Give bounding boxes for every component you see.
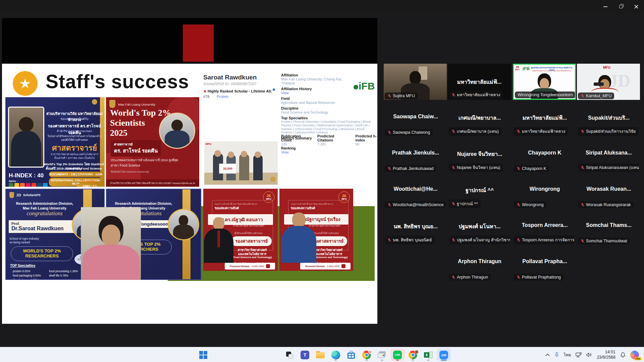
restore-icon — [619, 5, 623, 8]
participant-tile[interactable]: เกศมณี/พยาบาล...เกศมณี/พยาบาล (แทน) — [448, 114, 512, 136]
excel-button[interactable]: X — [421, 349, 435, 361]
speaker-banner-line-2: สำนักวิชาอุตสาหกรรมเกษตร มหาวิทยาลัยแม่ฟ… — [529, 69, 574, 72]
spec-packaging: food packaging 0.83% — [13, 274, 41, 278]
participant-display-name: Saowapa Chaiw... — [384, 114, 447, 120]
microsoft-store-button[interactable] — [344, 349, 358, 361]
muted-mic-icon — [517, 275, 521, 279]
minimize-button[interactable] — [598, 0, 613, 13]
participant-tile[interactable]: Somchai Thams...Somchai Thamsutiwat — [577, 222, 641, 245]
participant-display-name: Arphon Thiragun — [448, 258, 512, 264]
congrats-b-header-1: Research Administration Division, — [107, 201, 180, 205]
zoom-meeting-window: ★ Staff's success ส่วนบริหารงานวิจัย มหา… — [0, 0, 644, 362]
participant-tile[interactable]: Arphon ThiragunArphon Thiragun — [448, 258, 512, 281]
assoc-b-congrats: ขอแสดงความยินดี — [291, 206, 315, 210]
glasses — [594, 82, 604, 86]
participant-video-tile[interactable]: มหาวิทยาลัยแม่ฟ้... มหาวิทยาลัยแม่ฟ้าหลว… — [448, 64, 511, 100]
window-titlebar — [0, 0, 644, 13]
copilot-button[interactable]: PRE — [628, 349, 641, 361]
file-explorer-button[interactable] — [313, 349, 327, 361]
spec-plasma: blood plasma 1.72% — [13, 278, 41, 280]
top2-university: Mae Fah Luang University — [118, 103, 155, 106]
participant-tile[interactable]: Woottichai@He...Woottichai@HealthScience — [384, 186, 447, 209]
tray-chevron-button[interactable] — [543, 349, 552, 361]
tray-display-button[interactable] — [573, 349, 584, 361]
muted-mic-icon — [581, 94, 585, 98]
muted-mic-icon — [517, 167, 521, 171]
clock[interactable]: 14:0123/9/2568 — [594, 349, 618, 361]
participant-tile[interactable]: ฐาปกรณ์ ^^ฐาปกรณ์ ^^ — [448, 186, 512, 209]
participant-tile[interactable]: WirongrongWirongrong — [513, 186, 577, 209]
participant-name-label: Saowapa Chaiwong — [393, 130, 430, 135]
promo-congrats: ขอแสดงความยินดีกับ — [46, 117, 103, 121]
ifb-logo: iFB — [354, 80, 375, 92]
app-window-button[interactable] — [375, 349, 389, 361]
participant-video-tile[interactable]: MFU JD Karnkul_MFU — [577, 64, 640, 100]
participant-display-name: Worasak Ruean... — [577, 186, 641, 192]
top2-desc-2: สาขา Food Science — [111, 163, 140, 168]
microphone-icon — [554, 352, 559, 358]
assoc-a-congrats: ขอแสดงความยินดี — [215, 206, 239, 210]
congrats-a-header-1: Research Administration Division, — [6, 201, 83, 205]
zoom-app-button[interactable]: zm — [437, 349, 451, 361]
participant-tile[interactable]: Chayaporn KChayaporn K — [513, 150, 577, 173]
congrats-a-specialties-label: TOP Specialties — [10, 264, 35, 267]
congrats-a-award: WORLD'S TOP 2% RESEARCHERS — [11, 246, 73, 261]
participant-tile[interactable]: Worasak Ruean...Worasak Rueangsirarak — [577, 186, 641, 209]
minimize-icon — [603, 6, 607, 7]
line-button[interactable]: LINE — [390, 349, 405, 361]
scholar-name: Saroat Rawdkuen — [203, 74, 257, 81]
assoc-a-field-3: (Food Sciences and Technology) — [231, 256, 273, 259]
top-specialties-label: Top Specialties — [281, 116, 353, 120]
participant-tile[interactable]: Nujaree จีนวิทยา...Nujaree จีนวิทยา (แทน… — [448, 150, 512, 173]
scholar-rank-specialty[interactable]: Protein — [217, 95, 228, 99]
participant-tile[interactable]: Saowapa Chaiw...Saowapa Chaiwong — [384, 114, 447, 136]
language-indicator[interactable]: ไทย — [561, 349, 574, 361]
slide-top-black-bar — [2, 18, 377, 64]
muted-mic-icon — [387, 167, 391, 171]
ranking-view-link[interactable]: View — [281, 150, 296, 154]
participant-display-name: Pollavat Prapha... — [513, 258, 577, 264]
edge-button[interactable] — [329, 349, 343, 361]
participant-tile[interactable]: Supakit/ส่วนบริ...Supakit/ส่วนบริหารงานว… — [577, 114, 641, 136]
chrome-profile2-button[interactable] — [406, 349, 420, 361]
award-photo: MFU 20,000 — [204, 141, 278, 185]
affiliation-history-view-link[interactable]: View — [281, 91, 353, 95]
participant-tile[interactable]: Prathak Jienkuls...Prathak Jienkulsawad — [384, 150, 447, 173]
participant-tile[interactable]: นพ. สิทธิพร บุณย...นพ. สิทธิพร บุณยนิตย์ — [384, 222, 447, 245]
top2-title-3: 2025 — [110, 128, 127, 138]
participant-display-name: Wirongrong — [513, 186, 577, 192]
participant-display-name: Supakit/ส่วนบริ... — [577, 114, 641, 122]
teams-button[interactable]: T — [298, 349, 312, 361]
participant-tile[interactable]: Siripat Aluksana...Siripat Aluksanasuwan… — [577, 150, 641, 173]
tray-mic-button[interactable] — [552, 349, 561, 361]
assoc-prof-card-a: 26MFU กองการเจ้าหน้าที่ มหาวิทยาลัยแม่ฟ้… — [203, 189, 278, 271]
top2-title-2: Scientists — [110, 118, 145, 128]
participant-display-name: Siripat Aluksana... — [577, 150, 641, 156]
congrats-b-portrait — [168, 209, 199, 240]
promo-ranking-2: ตั้งแต่ปี 2019-2024 สาขา Food Science — [43, 166, 105, 171]
bell-icon — [620, 352, 626, 358]
participant-name-label: มหาวิทยาลัยแม่ฟ้าหลวง — [522, 128, 565, 135]
restore-button[interactable] — [613, 0, 629, 13]
top2-name: ดร. สาโรจน์ รอดคืน — [114, 147, 158, 155]
participant-tile[interactable]: Tosporn Arreera...Tosporn Arreeras การจั… — [513, 222, 577, 245]
tray-volume-button[interactable] — [584, 349, 594, 361]
participant-tile[interactable]: มหาวิทยาลัยแม่ฟ้...มหาวิทยาลัยแม่ฟ้าหลวง — [513, 114, 577, 136]
participant-tile[interactable]: Pollavat Prapha...Pollavat Praphattong — [513, 258, 577, 281]
participant-name-label: Chayaporn K — [522, 166, 546, 171]
scopus-logo: Scopus — [82, 179, 95, 183]
personnel-logo-icon — [341, 264, 345, 268]
muted-mic-icon — [517, 129, 521, 133]
display-icon — [576, 352, 582, 358]
task-view-button[interactable] — [282, 349, 297, 361]
start-button[interactable] — [196, 349, 210, 361]
participant-video-tile[interactable]: Sujitra MFU — [384, 64, 447, 100]
info-icon[interactable] — [273, 88, 275, 91]
participant-tile[interactable]: ปฐมพงศ์ มโนหา...ปฐมพงศ์ มโนหาญ สำนักวิชา… — [448, 222, 512, 245]
close-button[interactable] — [629, 0, 644, 13]
field-value: Agriculture and Natural Resources — [281, 101, 353, 105]
active-speaker-tile[interactable]: 26 MFU iFB ศูนย์วิจัยนวัตกรรมบรรจุภัณฑ์อ… — [513, 64, 576, 100]
chrome-button[interactable]: R — [360, 349, 374, 361]
notification-button[interactable] — [618, 349, 628, 361]
ranking-label: Ranking — [281, 146, 296, 150]
